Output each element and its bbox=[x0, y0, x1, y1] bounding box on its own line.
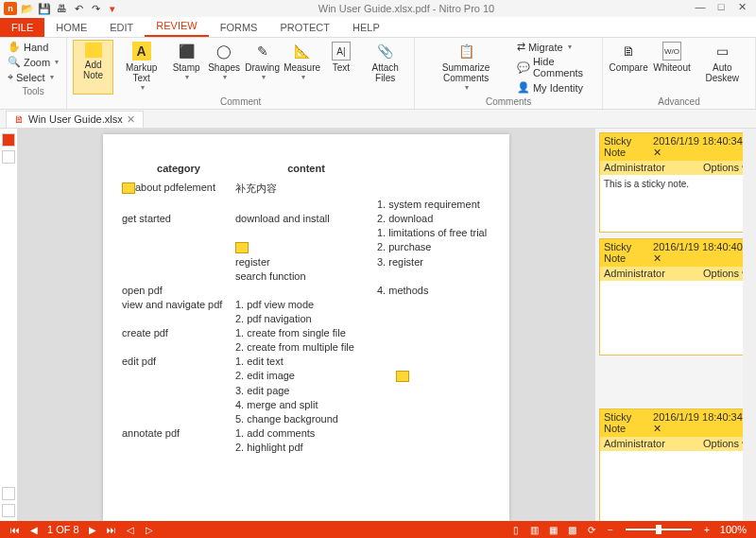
tab-help[interactable]: HELP bbox=[341, 18, 391, 37]
tab-forms[interactable]: FORMS bbox=[209, 18, 269, 37]
nav-prev-icon[interactable]: ◀ bbox=[27, 523, 41, 536]
doc-row: get starteddownload and install2. downlo… bbox=[122, 213, 490, 224]
document-tabs: 🗎 Win User Guide.xlsx ✕ bbox=[0, 110, 756, 129]
note-options[interactable]: Options ▾ bbox=[703, 438, 747, 450]
view-rotate-icon[interactable]: ⟳ bbox=[585, 523, 598, 536]
col-header-content: content bbox=[235, 163, 377, 174]
whiteout-button[interactable]: W/OWhiteout bbox=[652, 40, 691, 95]
note-body[interactable] bbox=[600, 281, 751, 355]
deskew-icon: ▭ bbox=[713, 42, 731, 61]
hand-tool[interactable]: ✋Hand bbox=[6, 40, 50, 54]
status-bar: ⏮ ◀ 1 OF 8 ▶ ⏭ ◁ ▷ ▯ ▥ ▦ ▩ ⟳ − + 100% bbox=[0, 521, 756, 538]
tab-home[interactable]: HOME bbox=[44, 18, 98, 37]
vertical-scrollbar[interactable] bbox=[743, 129, 756, 521]
stamp-button[interactable]: ⬛Stamp bbox=[169, 40, 203, 95]
select-tool[interactable]: ⌖Select bbox=[6, 70, 56, 84]
attach-button[interactable]: 📎Attach Files bbox=[362, 40, 408, 95]
note-author: Administrator bbox=[604, 438, 665, 450]
note-body[interactable]: This is a sticky note. bbox=[600, 175, 751, 232]
hide-comments-button[interactable]: 💬Hide Comments bbox=[515, 55, 596, 79]
tab-edit[interactable]: EDIT bbox=[98, 18, 145, 37]
view-cont-icon[interactable]: ▥ bbox=[528, 523, 541, 536]
compare-icon: 🗎 bbox=[619, 42, 638, 61]
sticky-note-icon[interactable] bbox=[122, 182, 135, 194]
measure-button[interactable]: 📐Measure bbox=[284, 40, 320, 95]
view-facing-icon[interactable]: ▦ bbox=[547, 523, 560, 536]
maximize-button[interactable]: □ bbox=[711, 1, 731, 16]
tab-protect[interactable]: PROTECT bbox=[268, 18, 341, 37]
sticky-note[interactable]: Sticky Note2016/1/19 18:40:34 ✕Administr… bbox=[599, 408, 752, 521]
measure-icon: 📐 bbox=[293, 42, 312, 61]
zoom-slider[interactable] bbox=[626, 529, 692, 530]
app-icon: n bbox=[4, 2, 17, 15]
qa-undo-icon[interactable]: ↶ bbox=[72, 2, 85, 15]
my-identity-button[interactable]: 👤My Identity bbox=[515, 80, 585, 95]
deskew-button[interactable]: ▭Auto Deskew bbox=[696, 40, 749, 95]
nav-first-icon[interactable]: ⏮ bbox=[9, 523, 22, 536]
add-note-button[interactable]: Add Note bbox=[73, 40, 113, 95]
qa-print-icon[interactable]: 🖶 bbox=[55, 2, 68, 15]
ribbon-group-tools: ✋Hand 🔍Zoom ⌖Select Tools bbox=[0, 38, 67, 109]
doc-row: create pdf1. create from single file bbox=[122, 327, 490, 338]
doc-row: 2. highlight pdf bbox=[122, 442, 490, 453]
shapes-button[interactable]: ◯Shapes bbox=[207, 40, 241, 95]
identity-icon: 👤 bbox=[517, 81, 530, 94]
sticky-note[interactable]: Sticky Note2016/1/19 18:40:40 ✕Administr… bbox=[599, 238, 752, 356]
page-area[interactable]: categorycontent about pdfelement补充内容1. s… bbox=[17, 129, 595, 521]
summarize-button[interactable]: 📋Summarize Comments bbox=[421, 40, 511, 95]
close-tab-icon[interactable]: ✕ bbox=[127, 113, 135, 126]
close-button[interactable]: ✕ bbox=[731, 1, 752, 16]
ribbon-group-advanced: 🗎Compare W/OWhiteout ▭Auto Deskew Advanc… bbox=[603, 38, 756, 109]
migrate-button[interactable]: ⇄Migrate bbox=[515, 40, 574, 54]
doc-row: 1. limitations of free trial bbox=[122, 227, 490, 238]
col-header-category: category bbox=[122, 163, 235, 174]
side-bottom-2-icon[interactable] bbox=[2, 504, 15, 517]
note-body[interactable] bbox=[600, 451, 751, 521]
qa-more-icon[interactable]: ▾ bbox=[106, 2, 119, 15]
tab-file[interactable]: FILE bbox=[0, 18, 44, 37]
qa-open-icon[interactable]: 📂 bbox=[21, 2, 34, 15]
nav-back-icon[interactable]: ◁ bbox=[124, 523, 137, 536]
drawing-button[interactable]: ✎Drawing bbox=[245, 40, 280, 95]
nav-fwd-icon[interactable]: ▷ bbox=[143, 523, 156, 536]
qa-save-icon[interactable]: 💾 bbox=[38, 2, 51, 15]
document-tab-label: Win User Guide.xlsx bbox=[28, 113, 123, 125]
note-options[interactable]: Options ▾ bbox=[703, 162, 747, 174]
group-title-advanced: Advanced bbox=[658, 95, 699, 109]
side-panel-strip-bottom bbox=[0, 483, 17, 517]
sticky-note[interactable]: Sticky Note2016/1/19 18:40:34 ✕Administr… bbox=[599, 132, 752, 233]
side-pages-icon[interactable] bbox=[2, 133, 15, 147]
note-title: Sticky Note bbox=[604, 411, 653, 435]
zoom-out-icon[interactable]: − bbox=[604, 523, 617, 536]
note-date: 2016/1/19 18:40:40 ✕ bbox=[653, 241, 747, 265]
text-button[interactable]: A|Text bbox=[324, 40, 358, 95]
note-options[interactable]: Options ▾ bbox=[703, 268, 747, 280]
qa-redo-icon[interactable]: ↷ bbox=[89, 2, 102, 15]
nav-next-icon[interactable]: ▶ bbox=[86, 523, 99, 536]
select-icon: ⌖ bbox=[8, 71, 13, 83]
doc-row: 2. edit image bbox=[122, 370, 490, 382]
doc-icon: 🗎 bbox=[14, 113, 25, 125]
compare-button[interactable]: 🗎Compare bbox=[609, 40, 649, 95]
doc-row: 2. pdf navigation bbox=[122, 313, 490, 324]
note-author: Administrator bbox=[604, 268, 665, 280]
nav-last-icon[interactable]: ⏭ bbox=[105, 523, 118, 536]
side-bookmarks-icon[interactable] bbox=[2, 150, 15, 164]
document-tab[interactable]: 🗎 Win User Guide.xlsx ✕ bbox=[6, 111, 144, 128]
ribbon-group-comment: Add Note AMarkup Text ⬛Stamp ◯Shapes ✎Dr… bbox=[67, 38, 415, 109]
minimize-button[interactable]: — bbox=[690, 1, 711, 16]
sticky-note-icon[interactable] bbox=[396, 371, 409, 382]
side-bottom-1-icon[interactable] bbox=[2, 487, 15, 500]
zoom-in-icon[interactable]: + bbox=[700, 523, 713, 536]
sticky-note-icon[interactable] bbox=[235, 242, 249, 253]
tab-review[interactable]: REVIEW bbox=[145, 16, 208, 37]
pdf-page: categorycontent about pdfelement补充内容1. s… bbox=[103, 134, 509, 521]
view-contfacing-icon[interactable]: ▩ bbox=[566, 523, 579, 536]
view-single-icon[interactable]: ▯ bbox=[509, 523, 523, 536]
drawing-icon: ✎ bbox=[253, 42, 272, 61]
zoom-tool[interactable]: 🔍Zoom bbox=[6, 55, 60, 69]
ribbon: ✋Hand 🔍Zoom ⌖Select Tools Add Note AMark… bbox=[0, 38, 756, 110]
markup-text-button[interactable]: AMarkup Text bbox=[117, 40, 165, 95]
doc-row: 2. purchase bbox=[122, 241, 490, 253]
stamp-icon: ⬛ bbox=[177, 42, 196, 61]
